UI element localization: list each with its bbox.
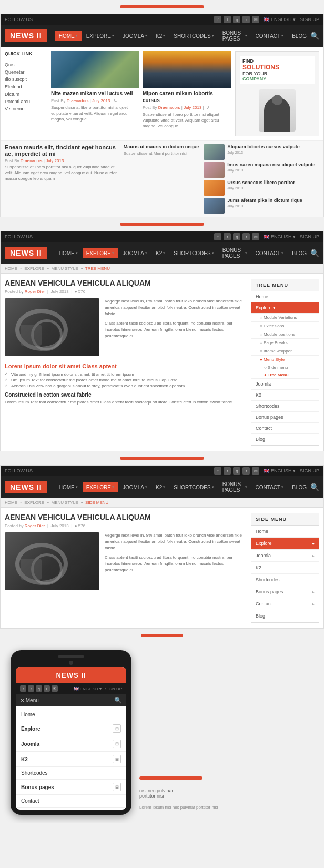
nav-blog[interactable]: BLOG — [288, 31, 310, 41]
quick-link-dictum[interactable]: Dictum — [5, 90, 47, 98]
quick-link-potenti[interactable]: Potenti arcu — [5, 98, 47, 105]
gp-icon-2[interactable]: g — [233, 233, 240, 240]
nav3-blog[interactable]: BLOG — [288, 482, 310, 492]
tree-home[interactable]: Home — [251, 291, 319, 302]
signup-link-3[interactable]: SIGN UP — [300, 468, 319, 473]
nav2-home[interactable]: HOME ▾ — [55, 248, 82, 258]
google-icon[interactable]: g — [233, 16, 240, 23]
side-home[interactable]: Home — [251, 526, 319, 538]
site-logo[interactable]: NEWS II — [5, 29, 47, 42]
phone-lang[interactable]: 🇬🇧 ENGLISH ▾ — [74, 687, 102, 691]
phone-signup[interactable]: SIGN UP — [105, 687, 122, 691]
nav2-joomla[interactable]: JOOMLA ▾ — [119, 248, 151, 258]
author-link-3[interactable]: Roger Dier — [25, 523, 45, 528]
phone-search-button[interactable]: 🔍 — [114, 697, 122, 704]
tree-tree-menu[interactable]: ● Tree Menu — [251, 371, 319, 379]
phone-menu-joomla[interactable]: Joomla ⊞ — [16, 736, 126, 752]
lang-selector-3[interactable]: 🇬🇧 ENGLISH ▾ — [264, 468, 296, 473]
side-explore[interactable]: Explore● — [251, 538, 319, 550]
nav3-contact[interactable]: CONTACT ▾ — [252, 482, 288, 492]
expand-bonus-icon[interactable]: ⊞ — [113, 783, 121, 791]
tree-side-menu[interactable]: ○ Side menu — [251, 364, 319, 371]
nav-home[interactable]: HOME ▾ — [55, 31, 82, 41]
tree-contact[interactable]: Contact — [251, 423, 319, 434]
side-k2[interactable]: K2 — [251, 562, 319, 574]
expand-joomla-icon[interactable]: ⊞ — [113, 740, 121, 748]
tree-module-variations[interactable]: ○ Module Variations — [251, 314, 319, 322]
lang-selector-2[interactable]: 🇬🇧 ENGLISH ▾ — [264, 234, 296, 239]
feed-icon-3[interactable]: ✉ — [252, 467, 259, 475]
quick-link-eleifend[interactable]: Eleifend — [5, 83, 47, 90]
nav2-explore[interactable]: EXPLORE ▾ — [83, 248, 118, 258]
rss-icon[interactable]: r — [242, 16, 250, 23]
side-contact[interactable]: Contact▸ — [251, 598, 319, 610]
quick-link-quis[interactable]: Quis — [5, 61, 47, 68]
phone-menu-bonus[interactable]: Bonus pages ⊞ — [16, 780, 126, 795]
side-blog[interactable]: Blog — [251, 610, 319, 622]
fb-icon-3[interactable]: f — [214, 467, 221, 475]
expand-explore-icon[interactable]: ⊞ — [113, 724, 121, 733]
nav2-contact[interactable]: CONTACT ▾ — [252, 248, 288, 258]
signup-link[interactable]: SIGN UP — [300, 17, 319, 22]
nav-explore[interactable]: EXPLORE ▾ — [83, 31, 118, 41]
site-logo-3[interactable]: NEWS II — [5, 481, 47, 493]
quick-link-quenetar[interactable]: Quenetar — [5, 68, 47, 76]
nav-shortcodes[interactable]: SHORTCODES ▾ — [170, 31, 217, 41]
gp-icon-3[interactable]: g — [233, 467, 240, 475]
side-joomla[interactable]: Joomla▸ — [251, 550, 319, 562]
fb-icon-2[interactable]: f — [214, 233, 221, 240]
nav3-joomla[interactable]: JOOMLA ▾ — [119, 482, 151, 492]
lang-selector[interactable]: 🇬🇧 ENGLISH ▾ — [264, 17, 296, 22]
nav-k2[interactable]: K2 ▾ — [152, 31, 169, 41]
tree-page-breaks[interactable]: ○ Page Breaks — [251, 339, 319, 347]
nav3-k2[interactable]: K2 ▾ — [152, 482, 169, 492]
nav-bonus[interactable]: BONUS PAGES ▾ — [219, 28, 251, 44]
expand-k2-icon[interactable]: ⊞ — [113, 755, 121, 763]
nav3-home[interactable]: HOME ▾ — [55, 482, 82, 492]
nav2-k2[interactable]: K2 ▾ — [152, 248, 169, 258]
tree-iframe-wrapper[interactable]: ○ Iframe wrapper — [251, 347, 319, 356]
phone-menu-shortcodes[interactable]: Shortcodes — [16, 767, 126, 780]
phone-menu-home[interactable]: Home — [16, 709, 126, 721]
phone-fb-icon[interactable]: f — [20, 685, 26, 692]
side-shortcodes[interactable]: Shortcodes — [251, 574, 319, 586]
site-logo-2[interactable]: NEWS II — [5, 247, 47, 259]
search-icon-3[interactable]: 🔍 — [310, 483, 319, 491]
phone-menu-explore[interactable]: Explore ⊞ — [16, 721, 126, 736]
feed-icon-2[interactable]: ✉ — [252, 233, 259, 240]
phone-tw-icon[interactable]: t — [28, 685, 34, 692]
tree-module-positions[interactable]: ○ Module positions — [251, 330, 319, 339]
nav2-bonus[interactable]: BONUS PAGES ▾ — [219, 245, 251, 261]
nav2-blog[interactable]: BLOG — [288, 248, 310, 258]
tree-menu-style[interactable]: ● Menu Style — [251, 356, 319, 364]
tree-blog[interactable]: Blog — [251, 434, 319, 445]
nav-contact[interactable]: CONTACT ▾ — [252, 31, 288, 41]
nav3-shortcodes[interactable]: SHORTCODES ▾ — [170, 482, 217, 492]
nav3-explore[interactable]: EXPLORE ▾ — [83, 482, 118, 492]
tw-icon-3[interactable]: t — [224, 467, 231, 475]
rss-icon-2[interactable]: r — [242, 233, 250, 240]
side-bonus[interactable]: Bonus pages▸ — [251, 586, 319, 598]
tree-extensions[interactable]: ○ Extensions — [251, 322, 319, 330]
phone-menu-k2[interactable]: K2 ⊞ — [16, 752, 126, 767]
facebook-icon[interactable]: f — [214, 16, 221, 23]
tree-bonus-pages[interactable]: Bonus pages — [251, 412, 319, 423]
tree-explore[interactable]: Explore ▾ — [251, 302, 319, 314]
phone-gp-icon[interactable]: g — [36, 685, 42, 692]
nav-joomla[interactable]: JOOMLA ▾ — [119, 31, 151, 41]
search-icon-header[interactable]: 🔍 — [310, 32, 319, 40]
phone-menu-button[interactable]: ✕ Menu — [20, 698, 39, 703]
phone-menu-contact[interactable]: Contact — [16, 795, 126, 808]
tree-k2[interactable]: K2 — [251, 390, 319, 401]
tw-icon-2[interactable]: t — [224, 233, 231, 240]
quick-link-vel[interactable]: Vel nemo — [5, 105, 47, 113]
tree-joomla[interactable]: Joomla — [251, 379, 319, 390]
nav3-bonus[interactable]: BONUS PAGES ▾ — [219, 479, 251, 495]
signup-link-2[interactable]: SIGN UP — [300, 234, 319, 239]
author-link-2[interactable]: Roger Dier — [25, 289, 45, 294]
twitter-icon[interactable]: t — [224, 16, 231, 23]
tree-shortcodes[interactable]: Shortcodes — [251, 401, 319, 412]
rss-icon-3[interactable]: r — [242, 467, 250, 475]
nav2-shortcodes[interactable]: SHORTCODES ▾ — [170, 248, 217, 258]
quick-link-illo[interactable]: Illo suscpit — [5, 76, 47, 83]
